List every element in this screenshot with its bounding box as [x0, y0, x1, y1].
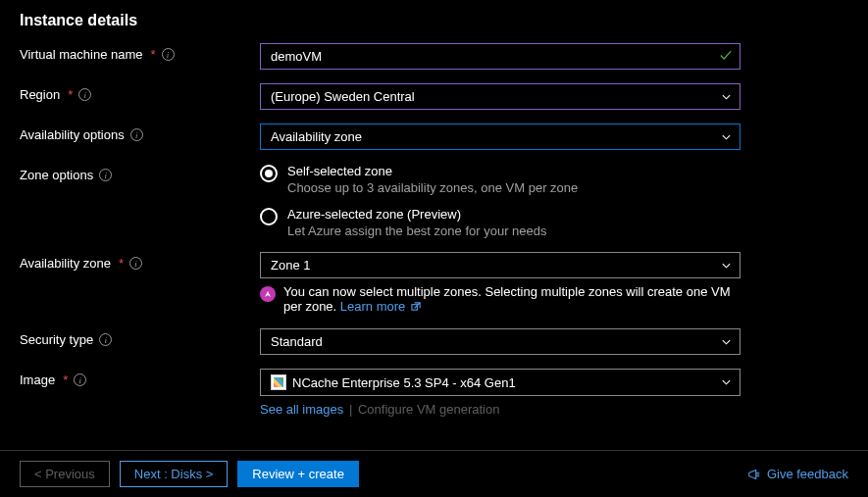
- radio-azure-title: Azure-selected zone (Preview): [287, 207, 547, 222]
- info-icon[interactable]: i: [129, 257, 142, 270]
- checkmark-icon: [719, 48, 733, 65]
- radio-self-title: Self-selected zone: [287, 164, 578, 178]
- chevron-down-icon: [721, 260, 732, 271]
- label-zone-options: Zone options: [20, 168, 93, 182]
- info-icon[interactable]: i: [130, 128, 143, 141]
- separator: |: [349, 402, 352, 417]
- required-asterisk: *: [68, 87, 73, 102]
- radio-azure-selected-zone[interactable]: Azure-selected zone (Preview) Let Azure …: [260, 207, 740, 238]
- availability-options-value: Availability zone: [271, 129, 362, 144]
- chevron-down-icon: [721, 91, 732, 102]
- radio-button-icon: [260, 165, 278, 182]
- availability-options-select[interactable]: Availability zone: [260, 124, 740, 150]
- rocket-icon: [260, 286, 276, 302]
- info-icon[interactable]: i: [99, 169, 112, 181]
- radio-button-icon: [260, 208, 278, 225]
- chevron-down-icon: [721, 336, 732, 347]
- image-value: NCache Enterprise 5.3 SP4 - x64 Gen1: [292, 375, 516, 390]
- chevron-down-icon: [721, 377, 732, 388]
- info-icon[interactable]: i: [99, 333, 112, 346]
- svg-rect-0: [412, 305, 418, 311]
- label-region: Region: [20, 87, 60, 102]
- zone-banner-text: You can now select multiple zones. Selec…: [283, 284, 740, 315]
- previous-button: < Previous: [20, 461, 110, 487]
- security-type-value: Standard: [271, 334, 323, 349]
- region-value: (Europe) Sweden Central: [271, 89, 415, 104]
- chevron-down-icon: [721, 131, 732, 142]
- give-feedback-link[interactable]: Give feedback: [747, 467, 848, 481]
- marketplace-image-icon: [271, 374, 286, 390]
- label-availability-options: Availability options: [20, 127, 125, 142]
- required-asterisk: *: [119, 256, 124, 271]
- radio-self-selected-zone[interactable]: Self-selected zone Choose up to 3 availa…: [260, 164, 740, 195]
- image-select[interactable]: NCache Enterprise 5.3 SP4 - x64 Gen1: [260, 369, 740, 396]
- security-type-select[interactable]: Standard: [260, 328, 740, 355]
- label-security-type: Security type: [20, 332, 93, 347]
- info-icon[interactable]: i: [78, 88, 91, 101]
- label-vm-name: Virtual machine name: [20, 47, 143, 62]
- availability-zone-select[interactable]: Zone 1: [260, 252, 740, 278]
- see-all-images-link[interactable]: See all images: [260, 402, 343, 417]
- required-asterisk: *: [151, 47, 156, 62]
- info-icon[interactable]: i: [162, 48, 175, 61]
- info-icon[interactable]: i: [74, 373, 86, 386]
- learn-more-link[interactable]: Learn more: [340, 299, 422, 314]
- required-asterisk: *: [63, 373, 68, 387]
- configure-vm-generation-link: Configure VM generation: [358, 402, 500, 417]
- vm-name-input[interactable]: [260, 43, 740, 70]
- next-disks-button[interactable]: Next : Disks >: [120, 461, 229, 487]
- external-link-icon: [411, 300, 422, 315]
- footer-bar: < Previous Next : Disks > Review + creat…: [0, 450, 868, 497]
- radio-azure-desc: Let Azure assign the best zone for your …: [287, 224, 547, 238]
- section-title: Instance details: [20, 12, 848, 29]
- availability-zone-value: Zone 1: [271, 258, 310, 273]
- label-availability-zone: Availability zone: [20, 256, 111, 271]
- megaphone-icon: [747, 468, 761, 481]
- region-select[interactable]: (Europe) Sweden Central: [260, 83, 740, 110]
- label-image: Image: [20, 373, 55, 387]
- review-create-button[interactable]: Review + create: [237, 461, 359, 487]
- radio-self-desc: Choose up to 3 availability zones, one V…: [287, 180, 578, 195]
